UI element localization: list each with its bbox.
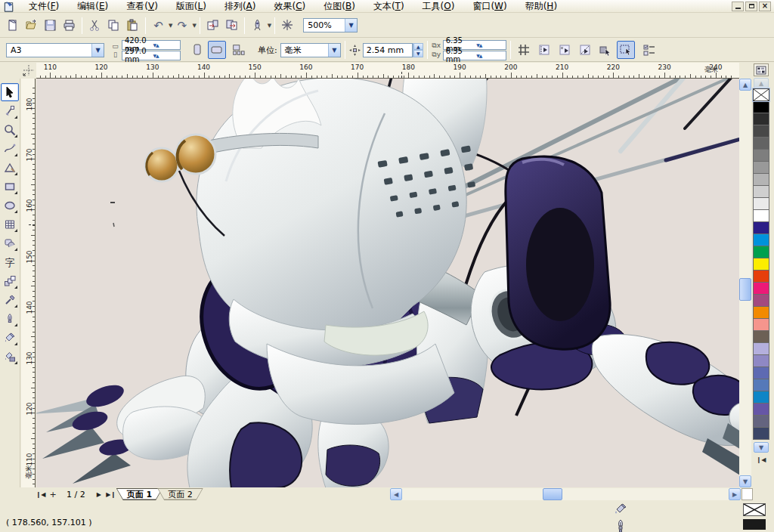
color-swatch[interactable] [753,282,769,295]
eyedropper-tool[interactable] [1,291,19,309]
minimize-button[interactable] [732,2,744,11]
next-page-button[interactable]: ▶ [93,489,105,500]
color-swatch[interactable] [753,113,769,125]
landscape-button[interactable] [208,41,226,59]
add-page-button[interactable]: + [47,489,59,500]
color-swatch[interactable] [753,270,769,283]
vertical-scrollbar[interactable]: ▲ ▼ [739,79,751,487]
menu-H[interactable]: 帮助(H) [516,0,566,14]
marquee-select-button[interactable] [617,41,635,59]
color-swatch[interactable] [753,391,769,404]
ruler-origin[interactable] [21,63,36,79]
nudge-spinner[interactable]: ▲▼ [413,43,423,57]
drawing-canvas[interactable] [36,79,739,487]
corel-online-button[interactable] [278,16,297,35]
palette-scroll-down-icon[interactable]: ▼ [754,442,769,453]
zoom-tool[interactable] [1,121,19,139]
color-swatch[interactable] [753,221,769,234]
color-swatch[interactable] [753,367,769,379]
duplicate-y-field[interactable]: 6.35 mm▼▲ [443,51,506,60]
color-swatch[interactable] [753,137,769,150]
save-button[interactable] [41,16,60,35]
first-page-button[interactable]: ❙◀ [35,489,47,500]
horizontal-scroll-thumb[interactable] [543,488,562,500]
outline-color-swatch[interactable] [743,519,766,530]
dynamic-guides-button[interactable] [576,41,594,59]
color-swatch[interactable] [753,101,769,113]
color-swatch[interactable] [753,149,769,162]
paper-type-combo[interactable]: A3▼ [6,43,104,57]
text-tool[interactable]: 字 [1,253,19,271]
outline-tool[interactable] [1,310,19,328]
menu-B[interactable]: 位图(B) [314,0,364,14]
color-swatch[interactable] [753,209,769,222]
scroll-right-icon[interactable]: ▶ [729,488,741,500]
menu-L[interactable]: 版面(L) [167,0,215,14]
spinner-icon[interactable]: ▼▲ [474,53,506,58]
pick-tool[interactable] [1,83,19,101]
apply-to-all-pages-button[interactable] [228,41,249,59]
resize-grip[interactable] [741,488,753,500]
horizontal-ruler[interactable]: 毫米 1101201301401501601701801902002102202… [36,63,739,79]
paste-button[interactable] [123,16,142,35]
page-tab-2[interactable]: 页面 2 [157,488,203,500]
color-swatch[interactable] [753,330,769,343]
menu-E[interactable]: 编辑(E) [68,0,117,14]
graph-paper-tool[interactable] [1,215,19,234]
last-page-button[interactable]: ▶❙ [105,489,117,500]
units-combo[interactable]: 毫米▼ [280,43,341,57]
color-swatch[interactable] [753,318,769,331]
color-swatch[interactable] [753,161,769,174]
vertical-ruler[interactable]: 毫米 110120130140150160170180 [21,79,36,487]
ellipse-tool[interactable] [1,196,19,215]
no-fill-swatch[interactable] [753,88,769,101]
basic-shapes-tool[interactable] [1,234,19,252]
palette-expand-icon[interactable]: ❙◀ [756,455,766,464]
color-swatch[interactable] [753,185,769,198]
color-swatch[interactable] [753,234,769,246]
spinner-icon[interactable]: ▼▲ [474,42,506,48]
color-swatch[interactable] [753,125,769,138]
application-launcher-button[interactable] [248,16,267,35]
snap-to-objects-button[interactable] [556,41,574,59]
portrait-button[interactable] [188,41,206,59]
vertical-scroll-thumb[interactable] [739,278,751,301]
interactive-fill-tool[interactable] [1,348,19,366]
menu-F[interactable]: 文件(F) [20,0,68,14]
snap-to-guidelines-button[interactable] [535,41,553,59]
export-button[interactable] [222,16,241,35]
color-swatch[interactable] [753,354,769,367]
color-swatch[interactable] [753,415,769,428]
smart-drawing-tool[interactable] [1,159,19,177]
color-swatch[interactable] [753,246,769,258]
snap-to-grid-button[interactable] [515,41,533,59]
scroll-up-icon[interactable]: ▲ [739,79,751,91]
chevron-down-icon[interactable]: ▼ [192,23,196,29]
chevron-down-icon[interactable]: ▼ [91,44,104,57]
treat-as-filled-button[interactable] [596,41,615,59]
color-swatch[interactable] [753,294,769,307]
freehand-tool[interactable] [1,140,19,158]
menu-V[interactable]: 查看(V) [117,0,167,14]
spinner-icon[interactable]: ▼▲ [151,53,181,58]
nudge-offset-field[interactable]: 2.54 mm [363,43,413,57]
chevron-down-icon[interactable]: ▼ [345,19,357,32]
page-tab-1[interactable]: 页面 1 [116,488,163,500]
horizontal-scrollbar[interactable]: ◀ ▶ [390,488,741,500]
redo-button[interactable]: ↷ [172,16,191,35]
menu-W[interactable]: 窗口(W) [463,0,515,14]
close-button[interactable]: × [759,2,771,11]
rectangle-tool[interactable] [1,178,19,196]
palette-options-icon[interactable] [754,63,769,76]
color-swatch[interactable] [753,197,769,210]
fill-color-swatch[interactable] [743,503,766,516]
palette-scroll-up-icon[interactable]: ▲ [754,78,769,88]
interactive-blend-tool[interactable] [1,272,19,290]
undo-button[interactable]: ↶ [149,16,168,35]
scroll-left-icon[interactable]: ◀ [390,488,402,500]
color-swatch[interactable] [753,379,769,391]
new-button[interactable] [3,16,22,35]
color-swatch[interactable] [753,427,769,440]
color-swatch[interactable] [753,306,769,319]
print-button[interactable] [60,16,79,35]
